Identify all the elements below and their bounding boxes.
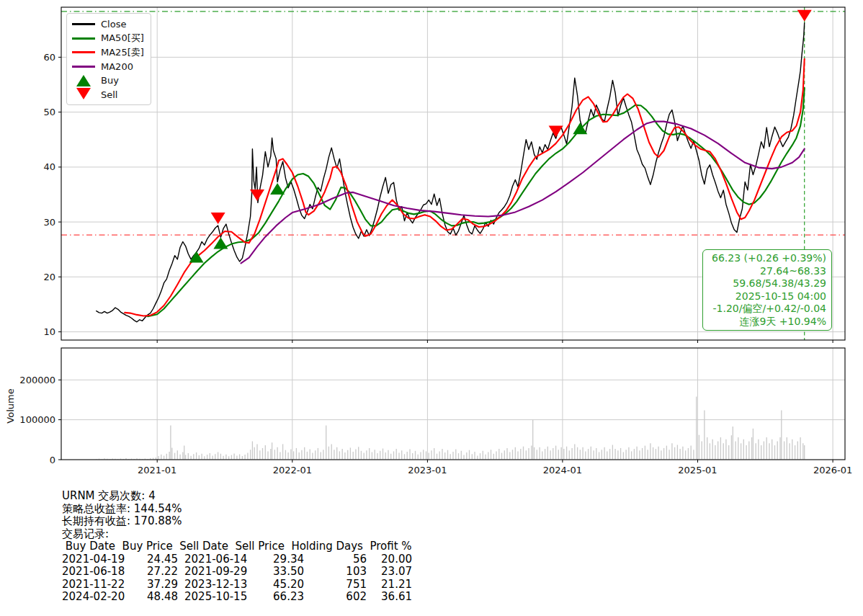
trade-buy-date: 2021-06-18 bbox=[62, 566, 134, 579]
trade-holding-days: 751 bbox=[304, 579, 367, 592]
legend-item-close: Close bbox=[72, 17, 144, 32]
trade-sell-price: 66.23 bbox=[256, 591, 304, 604]
trade-buy-date: 2021-11-22 bbox=[62, 579, 134, 592]
trade-buy-date: 2024-02-20 bbox=[62, 591, 134, 604]
sell-marker bbox=[549, 126, 563, 138]
legend-item-ma200: MA200 bbox=[72, 60, 144, 74]
trade-row: 2021-11-2237.292023-12-1345.2075121.21 bbox=[62, 579, 412, 592]
price-tick-label: 50 bbox=[43, 107, 55, 117]
date-tick-label: 2026-01 bbox=[813, 465, 852, 476]
trade-row: 2021-06-1827.222021-09-2933.5010323.07 bbox=[62, 566, 412, 579]
trade-profit: 36.61 bbox=[367, 591, 412, 604]
chart-page: 10203040506001000002000002021-012022-012… bbox=[0, 0, 863, 616]
legend-item-sell: Sell bbox=[72, 88, 144, 102]
legend-label: Buy bbox=[101, 75, 119, 86]
price-tick-label: 30 bbox=[43, 217, 55, 228]
volume-tick-label: 100000 bbox=[19, 414, 55, 425]
ma25-line-swatch bbox=[72, 51, 95, 53]
trade-sell-date: 2025-10-15 bbox=[184, 591, 256, 604]
axes-frame bbox=[61, 348, 845, 460]
annotation-ma-values: 59.68/54.38/43.29 bbox=[708, 277, 826, 290]
ma200-line-swatch bbox=[72, 66, 95, 68]
legend-label: MA50[买] bbox=[101, 32, 144, 45]
trade-row: 2021-04-1924.452021-06-1429.345620.00 bbox=[62, 553, 412, 566]
volume-bars bbox=[97, 397, 805, 460]
trade-sell-price: 29.34 bbox=[256, 553, 304, 566]
date-tick-label: 2021-01 bbox=[138, 465, 176, 476]
date-tick-label: 2024-01 bbox=[543, 465, 582, 476]
legend-label: MA200 bbox=[101, 61, 133, 72]
trade-profit: 21.21 bbox=[367, 579, 412, 592]
date-tick-label: 2023-01 bbox=[408, 465, 447, 476]
legend-item-ma25: MA25[卖] bbox=[72, 45, 144, 60]
trade-sell-date: 2021-06-14 bbox=[184, 553, 256, 566]
trade-sell-price: 45.20 bbox=[256, 579, 304, 592]
trade-holding-days: 56 bbox=[304, 553, 367, 566]
stats-trade-count: URNM 交易次数: 4 bbox=[62, 490, 412, 503]
trade-buy-price: 27.22 bbox=[134, 566, 178, 579]
annotation-streak: 连涨9天 +10.94% bbox=[708, 316, 826, 329]
volume-tick-label: 0 bbox=[50, 455, 55, 465]
trade-sell-price: 33.50 bbox=[256, 566, 304, 579]
date-tick-label: 2025-01 bbox=[678, 465, 717, 476]
annotation-bias: -1.20/偏空/+0.42/-0.04 bbox=[708, 303, 826, 316]
stats-strategy-return: 策略总收益率: 144.54% bbox=[62, 503, 412, 516]
trade-profit: 20.00 bbox=[367, 553, 412, 566]
annotation-datetime: 2025-10-15 04:00 bbox=[708, 290, 826, 303]
legend: Close MA50[买] MA25[卖] MA200 Buy Sell bbox=[66, 13, 151, 105]
legend-label: Close bbox=[101, 19, 126, 30]
annotation-box: 66.23 (+0.26 +0.39%) 27.64~68.33 59.68/5… bbox=[702, 249, 832, 331]
date-tick-label: 2022-01 bbox=[273, 465, 312, 476]
legend-label: Sell bbox=[101, 89, 117, 100]
trade-buy-price: 24.45 bbox=[134, 553, 178, 566]
volume-axis-label: Volume bbox=[5, 370, 16, 442]
price-tick-label: 10 bbox=[43, 326, 55, 337]
trade-profit: 23.07 bbox=[367, 566, 412, 579]
price-tick-label: 40 bbox=[43, 161, 55, 172]
gridlines bbox=[61, 7, 845, 460]
trade-buy-price: 48.48 bbox=[134, 591, 178, 604]
sell-marker bbox=[797, 10, 812, 22]
stats-records-label: 交易记录: bbox=[62, 528, 412, 541]
trade-buy-date: 2021-04-19 bbox=[62, 553, 134, 566]
legend-item-buy: Buy bbox=[72, 73, 144, 88]
volume-tick-label: 200000 bbox=[19, 375, 55, 385]
trade-row: 2024-02-2048.482025-10-1566.2360236.61 bbox=[62, 591, 412, 604]
legend-item-ma50: MA50[买] bbox=[72, 32, 144, 46]
trade-sell-date: 2021-09-29 bbox=[184, 566, 256, 579]
sell-triangle-icon bbox=[72, 89, 95, 99]
buy-triangle-icon bbox=[72, 75, 95, 86]
price-tick-label: 60 bbox=[43, 52, 55, 63]
trade-holding-days: 602 bbox=[304, 591, 367, 604]
annotation-range: 27.64~68.33 bbox=[708, 265, 826, 278]
buy-marker bbox=[270, 183, 285, 195]
close-line-swatch bbox=[72, 23, 95, 25]
price-tick-label: 20 bbox=[43, 272, 55, 282]
annotation-last-price: 66.23 (+0.26 +0.39%) bbox=[708, 252, 826, 265]
trade-holding-days: 103 bbox=[304, 566, 367, 579]
legend-label: MA25[卖] bbox=[101, 46, 144, 59]
trade-buy-price: 37.29 bbox=[134, 579, 178, 592]
trades-table-header: Buy Date Buy Price Sell Date Sell Price … bbox=[62, 540, 412, 553]
trade-sell-date: 2023-12-13 bbox=[184, 579, 256, 592]
ma50-line-swatch bbox=[72, 37, 95, 40]
strategy-stats: URNM 交易次数: 4 策略总收益率: 144.54% 长期持有收益: 170… bbox=[62, 490, 412, 604]
stats-buyhold-return: 长期持有收益: 170.88% bbox=[62, 515, 412, 528]
